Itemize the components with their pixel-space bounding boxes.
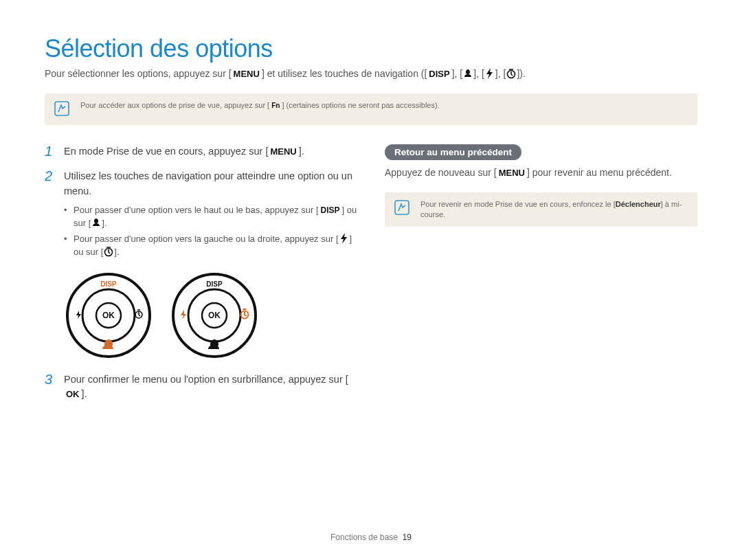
nav-dial-vertical: OK DISP — [64, 271, 153, 360]
page-footer: Fonctions de base 19 — [0, 533, 742, 542]
sub1-a: Pour passer d'une option vers le haut ou… — [74, 205, 319, 215]
step-num-2: 2 — [45, 169, 57, 183]
para-b: ] pour revenir au menu précédent. — [527, 167, 672, 178]
svg-text:OK: OK — [102, 311, 115, 320]
step1-text-b: ]. — [299, 146, 304, 157]
flash-icon — [339, 233, 350, 244]
page-title: Sélection des options — [45, 34, 697, 63]
step-2: 2 Utilisez les touches de navigation pou… — [45, 169, 357, 261]
step2-line1: Utilisez les touches de navigation pour … — [64, 170, 352, 197]
sub2-a: Pour passer d'une option vers la gauche … — [74, 234, 339, 244]
menu-key-label: MENU — [497, 166, 527, 180]
sep: ], [ — [495, 68, 506, 79]
sep: ], [ — [452, 68, 463, 79]
step3-b: ]. — [82, 388, 87, 399]
svg-rect-1 — [55, 102, 69, 115]
step3-a: Pour confirmer le menu ou l'option en su… — [64, 374, 348, 385]
menu-key-label: MENU — [232, 68, 262, 80]
flash-icon — [484, 68, 495, 79]
note2-a: Pour revenir en mode Prise de vue en cou… — [420, 200, 616, 208]
intro-text-2: ] et utilisez les touches de navigation … — [262, 68, 427, 79]
step-3: 3 Pour confirmer le menu ou l'option en … — [45, 372, 357, 403]
ok-key-label: OK — [64, 388, 82, 401]
svg-text:DISP: DISP — [100, 280, 117, 288]
sub1-c: ]. — [102, 218, 106, 228]
footer-section: Fonctions de base — [330, 533, 398, 542]
return-paragraph: Appuyez de nouveau sur [MENU] pour reven… — [385, 166, 697, 180]
dials-row: OK DISP OK DISP — [64, 271, 357, 360]
step-num-1: 1 — [45, 144, 57, 158]
svg-text:DISP: DISP — [206, 280, 223, 288]
steps-list: 1 En mode Prise de vue en cours, appuyez… — [45, 144, 357, 260]
note-icon — [394, 200, 409, 218]
step2-sub1: Pour passer d'une option vers le haut ou… — [64, 203, 357, 230]
note-box-fn: Pour accéder aux options de prise de vue… — [45, 93, 697, 126]
sub2-c: ]. — [114, 247, 119, 257]
timer-icon — [103, 246, 114, 257]
left-column: 1 En mode Prise de vue en cours, appuyez… — [45, 144, 357, 412]
intro-text-1: Pour sélectionner les options, appuyez s… — [45, 68, 232, 79]
menu-key-label: MENU — [268, 145, 298, 159]
step1-text-a: En mode Prise de vue en cours, appuyez s… — [64, 146, 268, 157]
step-1: 1 En mode Prise de vue en cours, appuyez… — [45, 144, 357, 159]
svg-rect-15 — [395, 201, 409, 214]
disp-key-label: DISP — [427, 68, 451, 80]
fn-key-label: Fn — [269, 101, 282, 111]
disp-key-label: DISP — [319, 204, 342, 216]
note1-before: Pour accéder aux options de prise de vue… — [80, 101, 269, 109]
sep: ], [ — [473, 68, 484, 79]
macro-icon — [462, 68, 473, 79]
note1-after: ] (certaines options ne seront pas acces… — [282, 101, 439, 109]
note-icon — [54, 101, 69, 119]
nav-dial-horizontal: OK DISP — [170, 271, 259, 360]
macro-icon — [91, 217, 102, 228]
section-chip-return: Retour au menu précédent — [385, 144, 521, 160]
svg-text:OK: OK — [208, 311, 221, 320]
step-num-3: 3 — [45, 372, 57, 386]
page-number: 19 — [403, 533, 412, 542]
intro-end: ]). — [517, 68, 525, 79]
para-a: Appuyez de nouveau sur [ — [385, 167, 497, 178]
right-column: Retour au menu précédent Appuyez de nouv… — [385, 144, 697, 412]
intro-paragraph: Pour sélectionner les options, appuyez s… — [45, 67, 697, 81]
note-box-shutter: Pour revenir en mode Prise de vue en cou… — [385, 192, 697, 227]
timer-icon — [506, 68, 517, 79]
step2-sub2: Pour passer d'une option vers la gauche … — [64, 232, 357, 259]
shutter-label: Déclencheur — [616, 200, 661, 208]
steps-list-cont: 3 Pour confirmer le menu ou l'option en … — [45, 372, 357, 403]
